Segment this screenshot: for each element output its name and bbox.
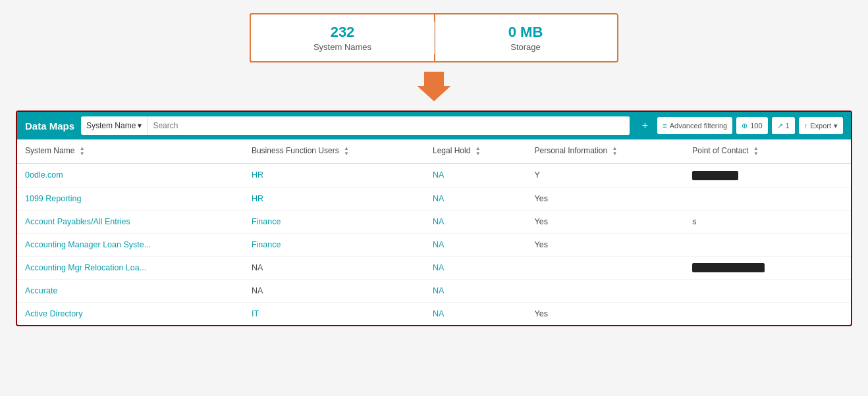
table-row: Accounting Manager Loan Syste...FinanceN… bbox=[17, 233, 851, 256]
system-names-count: 232 bbox=[264, 24, 421, 41]
cell-actions bbox=[826, 187, 851, 210]
export-button[interactable]: ↑ Export ▾ bbox=[799, 117, 843, 134]
col-system-name[interactable]: System Name ▲▼ bbox=[17, 139, 244, 164]
cell-legal-hold: NA bbox=[425, 187, 527, 210]
cell-personal-info: Yes bbox=[526, 303, 684, 326]
storage-label: Storage bbox=[447, 42, 604, 52]
table-row: Accounting Mgr Relocation Loa...NANA bbox=[17, 256, 851, 280]
cell-legal-hold: NA bbox=[425, 303, 527, 326]
arrow-indicator bbox=[418, 72, 450, 104]
toolbar-buttons: + ≡ Advanced filtering ⊕ 100 ↗ 1 ↑ Expor… bbox=[636, 117, 843, 134]
search-type-dropdown[interactable]: System Name ▾ bbox=[81, 116, 148, 135]
cell-business-function: NA bbox=[244, 280, 425, 303]
cell-actions bbox=[826, 256, 851, 280]
cell-actions bbox=[826, 233, 851, 256]
search-area: System Name ▾ bbox=[81, 116, 630, 135]
cell-personal-info: Yes bbox=[526, 210, 684, 233]
cell-business-function: NA bbox=[244, 256, 425, 280]
count-1-label: 1 bbox=[786, 122, 790, 130]
export-icon: ↑ bbox=[804, 122, 808, 130]
table-row: 0odle.comHRNAY bbox=[17, 164, 851, 187]
table-header-row: System Name ▲▼ Business Function Users ▲… bbox=[17, 139, 851, 164]
advanced-filtering-button[interactable]: ≡ Advanced filtering bbox=[657, 117, 732, 134]
sort-icon-personal: ▲▼ bbox=[612, 146, 618, 157]
add-button[interactable]: + bbox=[636, 117, 653, 134]
cell-legal-hold: NA bbox=[425, 164, 527, 187]
export-label: Export bbox=[810, 122, 831, 130]
cell-business-function: Finance bbox=[244, 210, 425, 233]
count-100-button[interactable]: ⊕ 100 bbox=[736, 117, 767, 134]
cell-actions bbox=[826, 164, 851, 187]
col-actions bbox=[826, 139, 851, 164]
cell-actions bbox=[826, 303, 851, 326]
cell-actions bbox=[826, 210, 851, 233]
cell-point-of-contact bbox=[684, 303, 825, 326]
cell-business-function: HR bbox=[244, 164, 425, 187]
sort-icon-legal: ▲▼ bbox=[475, 146, 481, 157]
table-row: Account Payables/All EntriesFinanceNAYes… bbox=[17, 210, 851, 233]
stats-panel: 232 System Names 0 MB Storage bbox=[250, 13, 618, 62]
col-business-function[interactable]: Business Function Users ▲▼ bbox=[244, 139, 425, 164]
cell-point-of-contact bbox=[684, 256, 825, 280]
table-row: AccurateNANA bbox=[17, 280, 851, 303]
main-container: Data Maps System Name ▾ + ≡ Advanced fil… bbox=[16, 111, 852, 326]
export-chevron-icon: ▾ bbox=[834, 122, 838, 130]
col-point-of-contact[interactable]: Point of Contact ▲▼ bbox=[684, 139, 825, 164]
system-names-label: System Names bbox=[264, 42, 421, 52]
cell-personal-info: Yes bbox=[526, 233, 684, 256]
cell-business-function: IT bbox=[244, 303, 425, 326]
storage-stat: 0 MB Storage bbox=[434, 14, 617, 61]
arrow-icon: ↗ bbox=[777, 122, 783, 130]
search-type-label: System Name bbox=[86, 121, 136, 130]
table-title: Data Maps bbox=[25, 120, 74, 132]
col-personal-info[interactable]: Personal Information ▲▼ bbox=[526, 139, 684, 164]
cell-personal-info bbox=[526, 256, 684, 280]
system-names-stat: 232 System Names bbox=[250, 13, 435, 62]
advanced-filtering-label: Advanced filtering bbox=[670, 122, 727, 130]
cell-legal-hold: NA bbox=[425, 233, 527, 256]
data-table: System Name ▲▼ Business Function Users ▲… bbox=[17, 139, 851, 325]
table-row: Active DirectoryITNAYes bbox=[17, 303, 851, 326]
cell-legal-hold: NA bbox=[425, 280, 527, 303]
sort-icon-system-name: ▲▼ bbox=[80, 146, 85, 157]
cell-personal-info: Y bbox=[526, 164, 684, 187]
count-icon: ⊕ bbox=[742, 122, 747, 130]
col-legal-hold[interactable]: Legal Hold ▲▼ bbox=[425, 139, 527, 164]
cell-point-of-contact bbox=[684, 233, 825, 256]
cell-business-function: HR bbox=[244, 187, 425, 210]
cell-system-name[interactable]: 0odle.com bbox=[17, 164, 244, 187]
cell-system-name[interactable]: 1099 Reporting bbox=[17, 187, 244, 210]
cell-actions bbox=[826, 280, 851, 303]
cell-system-name[interactable]: Accurate bbox=[17, 280, 244, 303]
sort-icon-business: ▲▼ bbox=[344, 146, 349, 157]
table-row: 1099 ReportingHRNAYes bbox=[17, 187, 851, 210]
cell-business-function: Finance bbox=[244, 233, 425, 256]
count-1-button[interactable]: ↗ 1 bbox=[772, 117, 795, 134]
filter-icon: ≡ bbox=[663, 122, 666, 130]
svg-marker-0 bbox=[418, 72, 450, 101]
cell-personal-info bbox=[526, 280, 684, 303]
chevron-down-icon: ▾ bbox=[138, 121, 142, 130]
cell-legal-hold: NA bbox=[425, 256, 527, 280]
cell-system-name[interactable]: Account Payables/All Entries bbox=[17, 210, 244, 233]
cell-point-of-contact bbox=[684, 280, 825, 303]
cell-system-name[interactable]: Active Directory bbox=[17, 303, 244, 326]
count-100-label: 100 bbox=[750, 122, 762, 130]
search-input[interactable] bbox=[148, 116, 630, 135]
sort-icon-contact: ▲▼ bbox=[753, 146, 759, 157]
cell-system-name[interactable]: Accounting Mgr Relocation Loa... bbox=[17, 256, 244, 280]
cell-point-of-contact bbox=[684, 164, 825, 187]
cell-personal-info: Yes bbox=[526, 187, 684, 210]
table-header-bar: Data Maps System Name ▾ + ≡ Advanced fil… bbox=[17, 112, 851, 139]
cell-point-of-contact bbox=[684, 187, 825, 210]
cell-legal-hold: NA bbox=[425, 210, 527, 233]
storage-count: 0 MB bbox=[447, 24, 604, 41]
cell-system-name[interactable]: Accounting Manager Loan Syste... bbox=[17, 233, 244, 256]
cell-point-of-contact: s bbox=[684, 210, 825, 233]
arrow-down-icon bbox=[418, 72, 450, 101]
